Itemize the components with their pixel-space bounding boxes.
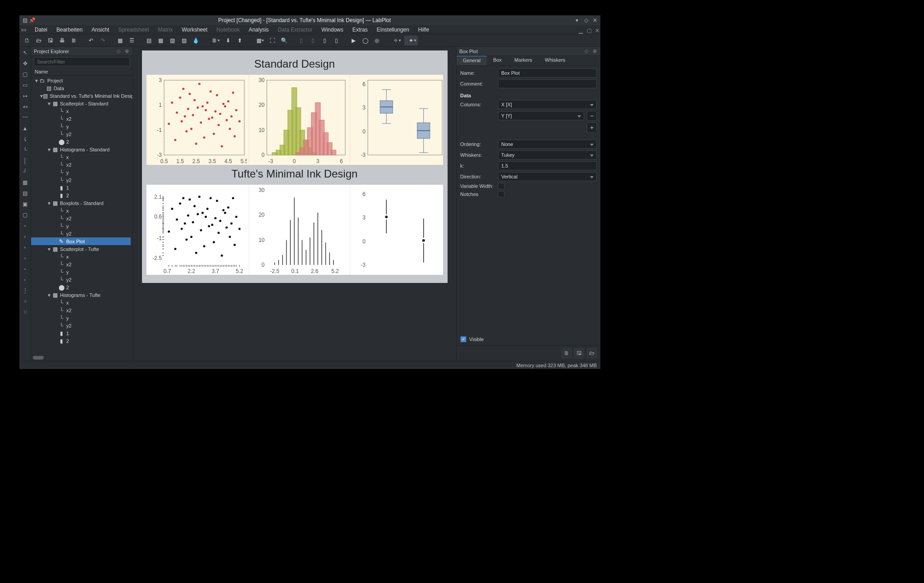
tree-item[interactable]: └x2 [31, 161, 131, 169]
tree-item[interactable]: └y2 [31, 276, 131, 283]
minimize-icon[interactable]: ▾ [574, 18, 580, 23]
tree-item[interactable]: └y [31, 169, 131, 176]
menu-windows[interactable]: Windows [318, 26, 347, 34]
comment-input[interactable] [498, 79, 597, 88]
whiskers-select[interactable]: Tukey [498, 150, 597, 159]
tree-item[interactable]: └y2 [31, 230, 131, 237]
trend-tool[interactable]: ⤹ [21, 135, 29, 143]
props-close-icon[interactable]: ⊗ [591, 48, 598, 55]
tab-box[interactable]: Box [487, 56, 508, 65]
save-button[interactable]: 🖫 [46, 36, 55, 46]
tree-item[interactable]: └y [31, 123, 131, 130]
tree-item[interactable]: └x2 [31, 214, 131, 222]
tree-item[interactable]: └x [31, 253, 131, 260]
zoom-tool[interactable]: ▭ [21, 81, 29, 89]
add-ws-button[interactable]: ▧ [167, 36, 177, 46]
open-file-button[interactable]: 🗁 [34, 36, 44, 46]
load-template-button[interactable]: 🗁 [587, 348, 597, 358]
chart-histogram-standard[interactable]: -30360102030 [249, 75, 350, 165]
column-select-0[interactable]: X [X] [498, 100, 597, 109]
export-button[interactable]: 🗎 [69, 36, 79, 46]
fit-tool[interactable]: ▲ [21, 124, 29, 132]
target-button[interactable]: ◎ [372, 36, 382, 46]
tree-column-header[interactable]: Name [31, 68, 133, 76]
tree-item[interactable]: ▾▩Scatterplot - Standard [31, 100, 131, 107]
notches-checkbox[interactable] [498, 191, 504, 197]
k-input[interactable] [498, 161, 597, 170]
column-select-1[interactable]: Y [Y] [498, 111, 584, 120]
tree-item[interactable]: ▮2 [31, 191, 131, 199]
undo-button[interactable]: ↶ [86, 36, 96, 46]
mdi-min-icon[interactable]: ▁ [575, 27, 582, 33]
grid-b-tool[interactable]: ▤ [21, 189, 29, 197]
save-template-button[interactable]: 🖫 [574, 348, 584, 358]
tree-item[interactable]: ✎Box Plot [31, 237, 131, 245]
name-input[interactable] [498, 68, 597, 77]
search-input[interactable] [34, 57, 130, 66]
import-db-button[interactable]: ⬇ [223, 36, 233, 46]
play-button[interactable]: ▶ [348, 36, 358, 46]
haxis2-tool[interactable]: ┘ [21, 168, 29, 176]
menu-analysis[interactable]: Analysis [245, 26, 273, 34]
tree-item[interactable]: └x [31, 207, 131, 214]
direction-select[interactable]: Vertical [498, 172, 597, 181]
align-c-button[interactable]: ▯ [320, 36, 329, 46]
axis-out-tool[interactable]: ↤ [21, 103, 29, 111]
import-button[interactable]: 🗎 [208, 36, 221, 46]
tree-item[interactable]: ▾▩Scatterplot - Tufte [31, 245, 131, 253]
new-file-button[interactable]: 🗋 [22, 36, 32, 46]
align-b-button[interactable]: ▯ [308, 36, 318, 46]
print-button[interactable]: 🖶 [57, 36, 67, 46]
tree-item[interactable]: └x2 [31, 115, 131, 123]
menu-worksheet[interactable]: Worksheet [178, 26, 211, 34]
select-tool[interactable]: ▢ [21, 70, 29, 78]
tree-item[interactable]: ▮1 [31, 329, 131, 337]
menu-datei[interactable]: Datei [31, 26, 51, 34]
tree-item[interactable]: ▾▩Boxplots - Standard [31, 199, 131, 207]
tree-item[interactable]: └y [31, 222, 131, 230]
fit-button[interactable]: ⛶ [267, 36, 277, 46]
tab-whiskers[interactable]: Whiskers [539, 56, 572, 65]
props-float-icon[interactable]: ◇ [583, 48, 590, 55]
misc-a-button[interactable]: ✧ [389, 36, 403, 46]
chart-histogram-tufte[interactable]: -2.50.12.65.20102030 [249, 185, 350, 275]
redo-button[interactable]: ↷ [98, 36, 108, 46]
box-d-tool[interactable]: ▫ [21, 232, 29, 241]
varwidth-checkbox[interactable] [498, 183, 504, 189]
align-a-button[interactable]: ▯ [296, 36, 306, 46]
tree-item[interactable]: └y2 [31, 176, 131, 184]
visible-checkbox[interactable] [460, 336, 467, 342]
tree-item[interactable]: └x [31, 299, 131, 306]
box-c-tool[interactable]: ▫ [21, 222, 29, 230]
tree-item[interactable]: ▮1 [31, 184, 131, 191]
tree-hscroll[interactable] [31, 355, 133, 361]
add-plot-button[interactable]: ▨ [179, 36, 189, 46]
grid-a-tool[interactable]: ▦ [21, 178, 29, 187]
layout-list-button[interactable]: ☰ [127, 36, 137, 46]
tree-item[interactable]: └y [31, 314, 131, 322]
box-b-tool[interactable]: ▢ [21, 211, 29, 219]
tree-item[interactable]: ▾▩Histograms - Tufte [31, 291, 131, 299]
dots3-tool[interactable]: ⁙ [21, 308, 29, 316]
stop-button[interactable]: ◯ [360, 36, 370, 46]
tree-item[interactable]: └x [31, 107, 131, 115]
box-f-tool[interactable]: ▫ [21, 254, 29, 262]
box-a-tool[interactable]: ▣ [21, 200, 29, 208]
tab-markers[interactable]: Markers [508, 56, 539, 65]
tree-item[interactable]: └y [31, 268, 131, 276]
menu-ansicht[interactable]: Ansicht [88, 26, 113, 34]
tree-item[interactable]: ▮2 [31, 337, 131, 345]
column-remove-button[interactable]: − [587, 111, 597, 121]
tree-item[interactable]: ⬤2 [31, 283, 131, 291]
zoom-button[interactable]: 🔍 [279, 36, 289, 46]
box-e-tool[interactable]: ▫ [21, 243, 29, 251]
tree-item[interactable]: ▾🗀Project [31, 77, 131, 84]
align-d-button[interactable]: ▯ [331, 36, 341, 46]
tree-item[interactable]: └x2 [31, 306, 131, 314]
nav-tool[interactable]: ✥ [21, 59, 29, 68]
tree-item[interactable]: ▾▩Histograms - Standard [31, 146, 131, 153]
tree-item[interactable]: └x2 [31, 260, 131, 268]
view-mode-button[interactable]: ▦ [252, 36, 265, 46]
layout-grid-button[interactable]: ▦ [115, 36, 125, 46]
tree-item[interactable]: └x [31, 153, 131, 161]
